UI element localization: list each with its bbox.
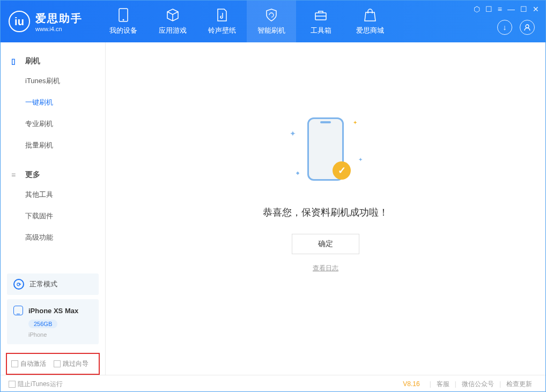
tab-smart-flash[interactable]: 智能刷机 — [247, 1, 296, 42]
app-logo-icon: iu — [9, 11, 30, 32]
options-highlight-box: 自动激活 跳过向导 — [6, 353, 100, 375]
maximize-icon[interactable]: ☐ — [520, 5, 527, 13]
device-icon: ▯ — [11, 57, 20, 65]
checkbox-auto-activate[interactable]: 自动激活 — [11, 359, 46, 368]
main-content: ✦ ✦ ◆ ✦ ✓ 恭喜您，保资料刷机成功啦！ 确定 查看日志 — [106, 42, 545, 375]
close-icon[interactable]: ✕ — [533, 5, 539, 13]
device-name: iPhone XS Max — [28, 307, 78, 315]
device-type: iPhone — [28, 331, 92, 338]
svg-point-1 — [123, 19, 124, 21]
mode-box[interactable]: ⟳ 正常模式 — [7, 273, 99, 295]
checkbox-label: 自动激活 — [20, 359, 46, 368]
sidebar-item-other[interactable]: 其他工具 — [1, 184, 105, 205]
checkbox-stop-itunes[interactable]: 阻止iTunes运行 — [9, 380, 63, 389]
separator: | — [455, 380, 456, 388]
sparkle-icon: ✦ — [353, 120, 357, 125]
download-icon[interactable]: ↓ — [497, 20, 512, 35]
phone-icon — [119, 8, 128, 23]
mode-label: 正常模式 — [29, 279, 57, 289]
separator: | — [430, 380, 431, 388]
list-icon: ≡ — [11, 171, 20, 179]
wechat-link[interactable]: 微信公众号 — [462, 380, 494, 389]
checkbox-icon — [11, 360, 18, 367]
header-bar: iu 爱思助手 www.i4.cn 我的设备 应用游戏 铃声壁纸 智能刷机 工具… — [1, 1, 545, 42]
user-icon[interactable] — [520, 20, 535, 35]
sidebar-item-advanced[interactable]: 高级功能 — [1, 227, 105, 248]
separator: | — [499, 380, 501, 388]
tab-my-device[interactable]: 我的设备 — [99, 1, 148, 42]
tab-store[interactable]: 爱思商城 — [345, 1, 395, 42]
window-controls: ⬡ ☐ ≡ — ☐ ✕ — [474, 5, 539, 13]
minimize-icon[interactable]: — — [507, 5, 515, 13]
toolbox-icon — [314, 8, 328, 23]
nav-tabs: 我的设备 应用游戏 铃声壁纸 智能刷机 工具箱 爱思商城 — [99, 1, 395, 42]
sparkle-icon: ✦ — [290, 129, 296, 138]
tshirt-icon[interactable]: ⬡ — [474, 5, 480, 13]
section-label: 刷机 — [25, 56, 40, 66]
header-actions: ↓ — [497, 20, 535, 35]
tab-label: 智能刷机 — [257, 26, 285, 35]
version-label: V8.16 — [403, 380, 419, 388]
tab-apps[interactable]: 应用游戏 — [148, 1, 197, 42]
sidebar-item-batch[interactable]: 批量刷机 — [1, 135, 105, 156]
tab-ringtone[interactable]: 铃声壁纸 — [197, 1, 247, 42]
tab-label: 应用游戏 — [159, 26, 187, 35]
checkbox-icon — [54, 360, 61, 367]
section-label: 更多 — [25, 170, 40, 180]
body-area: ▯ 刷机 iTunes刷机 一键刷机 专业刷机 批量刷机 ≡ 更多 其他工具 下… — [1, 42, 545, 375]
menu-icon[interactable]: ≡ — [498, 5, 502, 13]
view-log-link[interactable]: 查看日志 — [313, 264, 338, 273]
ok-button[interactable]: 确定 — [292, 234, 359, 254]
footer-bar: 阻止iTunes运行 V8.16 | 客服 | 微信公众号 | 检查更新 — [1, 375, 545, 392]
music-file-icon — [216, 8, 228, 23]
tab-label: 我的设备 — [109, 26, 137, 35]
success-message: 恭喜您，保资料刷机成功啦！ — [263, 206, 388, 219]
sidebar-section-flash: ▯ 刷机 — [1, 52, 105, 70]
svg-point-4 — [526, 25, 529, 28]
sidebar-item-firmware[interactable]: 下载固件 — [1, 205, 105, 227]
tab-label: 铃声壁纸 — [208, 26, 236, 35]
checkbox-icon — [9, 381, 16, 388]
sidebar-item-itunes[interactable]: iTunes刷机 — [1, 70, 105, 92]
check-badge-icon: ✓ — [333, 161, 351, 180]
sidebar-item-oneclick[interactable]: 一键刷机 — [1, 92, 105, 113]
shield-refresh-icon — [264, 8, 278, 23]
tab-toolbox[interactable]: 工具箱 — [296, 1, 345, 42]
tab-label: 爱思商城 — [356, 26, 384, 35]
device-box[interactable]: iPhone XS Max 256GB iPhone — [7, 299, 99, 344]
tab-label: 工具箱 — [311, 26, 331, 35]
sparkle-icon: ✦ — [358, 157, 363, 162]
mode-icon: ⟳ — [13, 279, 24, 290]
bag-icon — [364, 8, 377, 23]
logo-text: 爱思助手 www.i4.cn — [35, 11, 83, 32]
cube-icon — [166, 8, 180, 23]
device-storage-badge: 256GB — [28, 320, 57, 328]
checkbox-label: 阻止iTunes运行 — [18, 380, 63, 389]
device-phone-icon — [13, 306, 23, 315]
success-illustration: ✦ ✦ ◆ ✦ ✓ — [280, 112, 371, 193]
checkbox-label: 跳过向导 — [63, 359, 88, 368]
app-name: 爱思助手 — [35, 11, 83, 26]
check-update-link[interactable]: 检查更新 — [506, 380, 532, 389]
checkbox-skip-guide[interactable]: 跳过向导 — [54, 359, 88, 368]
feedback-icon[interactable]: ☐ — [485, 5, 492, 13]
sidebar-item-pro[interactable]: 专业刷机 — [1, 113, 105, 135]
logo-area: iu 爱思助手 www.i4.cn — [9, 11, 83, 32]
support-link[interactable]: 客服 — [437, 380, 449, 389]
sidebar-section-more: ≡ 更多 — [1, 166, 105, 184]
app-domain: www.i4.cn — [35, 26, 83, 32]
sidebar: ▯ 刷机 iTunes刷机 一键刷机 专业刷机 批量刷机 ≡ 更多 其他工具 下… — [1, 42, 106, 375]
sparkle-icon: ◆ — [296, 171, 299, 175]
